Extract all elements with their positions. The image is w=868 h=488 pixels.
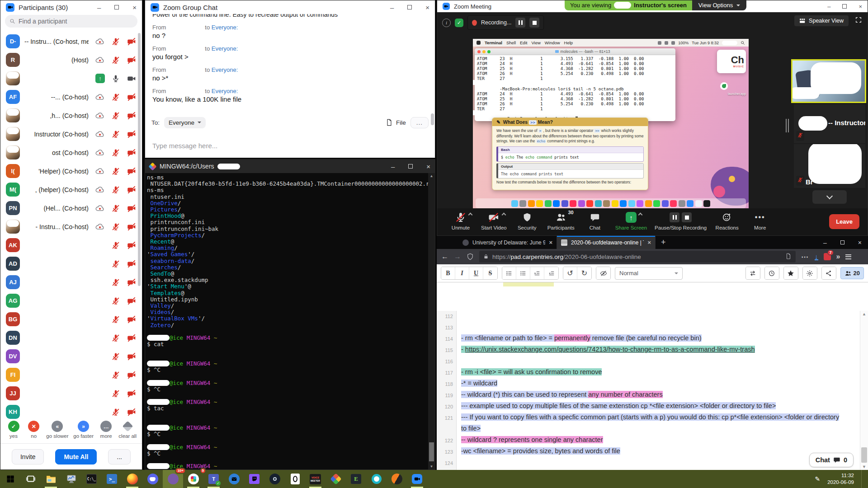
minimize-button[interactable]: – <box>827 3 830 10</box>
feedback-go-faster-button[interactable]: »go faster <box>73 421 94 443</box>
dock-app-icon[interactable] <box>637 200 643 207</box>
maximize-button[interactable] <box>840 240 844 244</box>
feedback-clear-all-button[interactable]: clear all <box>118 421 137 443</box>
participants-more-button[interactable]: ... <box>108 449 131 465</box>
dock-app-icon[interactable] <box>578 200 585 207</box>
ordered-list-button[interactable] <box>502 267 516 279</box>
terminal-scrollbar[interactable]: ▲▼ <box>428 173 435 469</box>
chat-titlebar[interactable]: Zoom Group Chat – × <box>145 0 435 14</box>
pad-line[interactable]: 117- rm -i <file> = will ask us confirma… <box>437 367 860 379</box>
page-actions-button[interactable]: ⋯ <box>801 253 809 261</box>
import-export-button[interactable] <box>746 267 760 279</box>
meeting-info-button[interactable]: i <box>442 19 451 27</box>
back-button[interactable]: ← <box>441 253 448 261</box>
speaker-view-button[interactable]: Speaker View <box>794 15 849 26</box>
command-prompt-taskbar-icon[interactable]: C:\_ <box>81 470 102 488</box>
pad-line[interactable]: 120--- example used to copy multiple fil… <box>437 401 860 413</box>
dock-app-icon[interactable] <box>586 200 593 207</box>
tab-university-of-delaware[interactable]: University of Delaware: June 9- × <box>458 236 557 249</box>
maximize-button[interactable] <box>842 4 847 9</box>
leave-button[interactable]: Leave <box>829 214 859 229</box>
dock-app-icon[interactable] <box>519 200 526 207</box>
participant-row[interactable]: AG <box>0 291 142 310</box>
file-button[interactable]: File <box>386 119 406 126</box>
chevron-up-icon[interactable] <box>638 213 642 217</box>
dock-app-icon[interactable] <box>595 200 602 207</box>
mac-menu-window[interactable]: Window <box>545 40 560 45</box>
dock-app-icon[interactable] <box>628 200 635 207</box>
chevron-up-icon[interactable] <box>502 213 506 217</box>
new-tab-button[interactable]: + <box>656 236 671 249</box>
chat-input[interactable] <box>152 142 428 150</box>
powershell-taskbar-icon[interactable]: >_ <box>102 470 122 488</box>
tab-etherpad[interactable]: 2020-06-uofdelaware-online | T × <box>557 236 656 249</box>
pad-line[interactable]: 123-wc <filename> = provides size, bytes… <box>437 446 860 458</box>
connected-users-button[interactable]: 20 <box>840 267 864 279</box>
pad-line[interactable]: 122-- wildcard ? represents one single a… <box>437 435 860 446</box>
close-button[interactable]: × <box>859 3 862 10</box>
underline-button[interactable]: U <box>469 267 483 279</box>
performance-monitor-taskbar-icon[interactable] <box>61 470 81 488</box>
redo-button[interactable]: ↻ <box>577 267 591 279</box>
scroll-down-icon[interactable]: ▼ <box>430 465 434 469</box>
twitch-taskbar-icon[interactable] <box>244 470 264 488</box>
notification-app-taskbar-icon[interactable]: 10+ <box>163 470 183 488</box>
unordered-list-button[interactable] <box>516 267 530 279</box>
participant-row[interactable]: DN <box>0 328 142 347</box>
dock-app-icon[interactable] <box>679 200 685 207</box>
dock-app-icon[interactable] <box>561 200 568 207</box>
dock-app-icon[interactable] <box>553 200 560 207</box>
dock-app-icon[interactable] <box>620 200 627 207</box>
vcxsrv-taskbar-icon[interactable] <box>326 470 346 488</box>
mac-menu-edit[interactable]: Edit <box>520 40 527 45</box>
maximize-button[interactable] <box>114 5 119 9</box>
pad-line[interactable]: 116 <box>437 356 860 367</box>
scroll-up-icon[interactable]: ▲ <box>430 174 434 178</box>
terminal-output[interactable]: ns-ms NTUSER.DAT{20f4fe30-b5fd-11e9-b360… <box>147 174 428 469</box>
participant-row[interactable]: R(Host) <box>0 51 142 69</box>
maximize-button[interactable] <box>407 5 412 9</box>
indent-button[interactable] <box>530 267 544 279</box>
participant-row[interactable]: ost (Co-host) <box>0 143 142 162</box>
dock-app-icon[interactable] <box>528 200 535 207</box>
participant-row[interactable]: DV <box>0 347 142 366</box>
feedback-yes-button[interactable]: ✓yes <box>6 421 21 443</box>
extension-icon[interactable]: 7 <box>824 253 831 260</box>
overflow-menu-button[interactable]: » <box>836 253 840 261</box>
dock-app-icon[interactable] <box>570 200 576 207</box>
dock-app-icon[interactable] <box>511 200 518 207</box>
slack-taskbar-icon[interactable]: 5 <box>183 470 203 488</box>
pad-scrollbar[interactable]: ▲▼ <box>860 311 868 470</box>
dock-app-icon[interactable] <box>545 200 552 207</box>
dock-app-icon[interactable] <box>703 200 710 207</box>
voicemeeter-taskbar-icon[interactable]: VOICEMEETER <box>305 470 326 488</box>
maximize-button[interactable] <box>408 164 413 169</box>
zoom-app-taskbar-icon[interactable] <box>407 470 427 488</box>
pad-line[interactable]: 118-* = wildcard <box>437 379 860 390</box>
reader-mode-icon[interactable] <box>785 253 792 261</box>
pause-recording-button[interactable] <box>515 18 525 28</box>
participant-row[interactable]: AF--... (Co-host) <box>0 88 142 106</box>
feedback-more-button[interactable]: …more <box>99 421 114 443</box>
show-desktop-button[interactable] <box>861 470 863 488</box>
unmute-button[interactable]: Unmute <box>448 211 473 230</box>
pad-line[interactable]: to file> <box>437 424 860 435</box>
share-button[interactable] <box>822 267 836 279</box>
stop-recording-button[interactable] <box>682 212 692 222</box>
dock-app-icon[interactable] <box>670 200 677 207</box>
start-video-button[interactable]: Start Video <box>481 211 507 230</box>
forward-button[interactable]: → <box>454 253 461 261</box>
outdent-button[interactable] <box>544 267 558 279</box>
taskbar-clock[interactable]: 11:32 2020-06-09 <box>827 472 854 486</box>
feedback-go-slower-button[interactable]: «go slower <box>46 421 68 443</box>
chat-button[interactable]: Chat <box>582 211 608 230</box>
bold-button[interactable]: B <box>441 267 455 279</box>
dock-app-icon[interactable] <box>695 200 702 207</box>
pause-stop-recording-button[interactable]: Pause/Stop Recording <box>655 211 707 230</box>
thumbnail-drag-handle[interactable] <box>786 119 789 132</box>
minimize-button[interactable]: – <box>97 4 101 11</box>
mac-menu-terminal[interactable]: Terminal <box>485 40 502 45</box>
mac-close-button[interactable] <box>477 50 481 53</box>
url-bar[interactable]: https://pad.carpentries.org/2020-06-uofd… <box>479 251 796 263</box>
mail-app-taskbar-icon[interactable] <box>224 470 244 488</box>
